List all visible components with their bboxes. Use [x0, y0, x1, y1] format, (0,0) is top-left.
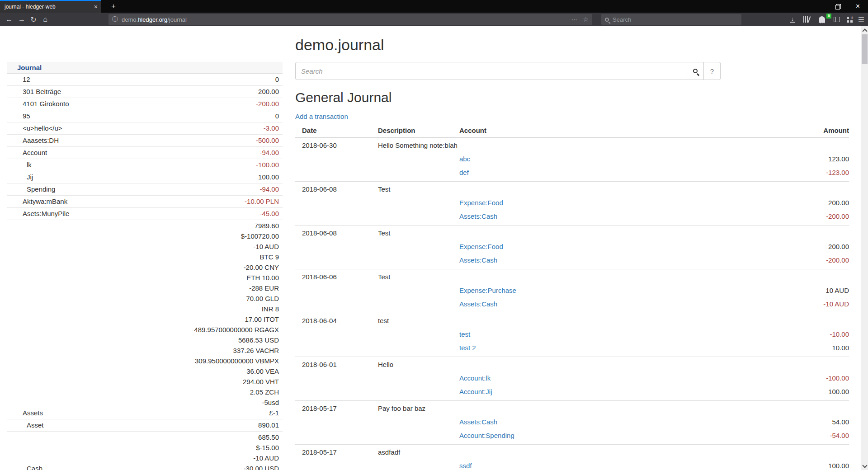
search-help-button[interactable]: ? [704, 62, 721, 80]
balance-amount: -200.00 [256, 99, 279, 109]
balance-amount: £-1 [194, 408, 279, 418]
transaction: 2018-06-06TestExpense:Purchase10 AUDAsse… [295, 269, 849, 313]
sidebar-account-link[interactable]: lk [7, 160, 32, 170]
sidebar-account-link[interactable]: Assets [7, 408, 43, 418]
posting-amount: -100.00 [754, 371, 849, 385]
sidebar-account-balance: -94.00 [259, 184, 283, 194]
menu-button[interactable]: ☰ [854, 13, 868, 26]
posting-amount: 100.00 [754, 385, 849, 399]
sidebar-account-row: Spending-94.00 [7, 183, 283, 196]
posting-account-link[interactable]: Expense:Purchase [459, 287, 516, 294]
posting-account-link[interactable]: def [459, 169, 469, 176]
sidebar-account-link[interactable]: Asets:MunyPile [7, 208, 69, 219]
toolbar-search[interactable] [601, 14, 741, 25]
sidebar-account-row: 4101 Girokonto-200.00 [7, 98, 283, 110]
sidebar-account-balance: 200.00 [258, 86, 283, 97]
sidebar-account-row: Jij100.00 [7, 171, 283, 183]
transaction-description: Test [378, 226, 459, 240]
sidebar-account-link[interactable]: 95 [7, 111, 30, 121]
scrollbar-thumb[interactable] [862, 34, 868, 64]
posting-account-link[interactable]: Expense:Food [459, 199, 503, 207]
posting-account-link[interactable]: Expense:Food [459, 243, 503, 250]
new-tab-button[interactable]: + [108, 1, 119, 12]
sidebar-account-row: Account-94.00 [7, 147, 283, 159]
extension-button[interactable]: 0 [815, 13, 829, 26]
sidebar-account-link[interactable]: <u>hello</u> [7, 123, 62, 133]
reload-button[interactable]: ↻ [27, 13, 40, 26]
window-close-button[interactable]: × [848, 0, 868, 13]
site-info-icon[interactable]: ⓘ [112, 15, 118, 24]
sidebar-account-balance: 100.00 [258, 172, 283, 182]
back-button[interactable]: ← [3, 13, 15, 26]
posting-account-link[interactable]: abc [459, 155, 470, 163]
sidebar-account-link[interactable]: Aaasets:DH [7, 135, 59, 146]
sidebar-account-link[interactable]: Spending [7, 184, 55, 194]
balance-amount: INR 8 [194, 304, 279, 314]
scroll-down-icon[interactable] [863, 464, 866, 467]
library-button[interactable] [800, 13, 814, 26]
page-scrollbar[interactable] [861, 26, 868, 470]
posting-account-link[interactable]: Assets:Cash [459, 300, 497, 308]
balance-amount: 309.950000000000 VBMPX [194, 356, 279, 366]
browser-tab[interactable]: journal - hledger-web × [0, 0, 101, 13]
balance-amount: 36.00 VEA [194, 366, 279, 376]
bookmark-star-icon[interactable]: ☆ [583, 16, 589, 23]
balance-amount: 70.00 GLD [194, 293, 279, 304]
posting-account-link[interactable]: test 2 [459, 344, 476, 352]
sidebar-toggle-button[interactable] [830, 13, 844, 26]
posting-account-link[interactable]: ssdf [459, 462, 472, 470]
sidebar-account-link[interactable]: 301 Beiträge [7, 86, 61, 97]
posting-account-link[interactable]: Assets:Cash [459, 256, 497, 264]
column-header-description: Description [378, 124, 459, 137]
downloads-button[interactable]: ↓ [786, 13, 799, 26]
posting-amount: 200.00 [754, 196, 849, 210]
sidebar-account-link[interactable]: 12 [7, 74, 30, 85]
posting-account-link[interactable]: test [459, 330, 470, 338]
page-actions-icon[interactable]: ⋯ [571, 16, 577, 23]
posting-amount: -200.00 [754, 210, 849, 223]
window-controls: – × [807, 0, 868, 13]
url-text: demo.hledger.org/journal [122, 16, 187, 23]
accounts-sidebar: Journal 120301 Beiträge200.004101 Giroko… [7, 62, 283, 470]
toolbar-search-input[interactable] [613, 16, 721, 23]
sidebar-account-link[interactable]: Jij [7, 172, 33, 182]
url-bar[interactable]: ⓘ demo.hledger.org/journal ⋯ ☆ [108, 14, 592, 25]
forward-button[interactable]: → [15, 13, 28, 26]
transaction: 2018-06-30Hello Something note:blahabc12… [295, 138, 849, 182]
balance-amount: 100.00 [258, 172, 279, 182]
sidebar-account-balance: 890.01 [258, 420, 283, 430]
journal-link[interactable]: Journal [17, 64, 42, 71]
posting-amount: 10 AUD [754, 284, 849, 297]
scroll-up-icon[interactable] [863, 28, 866, 32]
sidebar-account-link[interactable]: Cash [7, 463, 42, 470]
sidebar-account-row: Asset890.01 [7, 419, 283, 432]
library-icon [803, 16, 811, 23]
search-icon [693, 69, 698, 73]
journal-search-input[interactable] [295, 62, 687, 80]
sidebar-account-link[interactable]: Asset [7, 420, 44, 430]
sidebar-account-link[interactable]: 4101 Girokonto [7, 99, 69, 109]
window-restore-button[interactable] [827, 0, 848, 13]
search-submit-button[interactable] [687, 62, 704, 80]
tab-close-icon[interactable]: × [94, 3, 98, 10]
posting-account-link[interactable]: Account:Jij [459, 388, 492, 395]
browser-toolbar: ← → ↻ ⌂ ⓘ demo.hledger.org/journal ⋯ ☆ ↓… [0, 13, 868, 26]
balance-amount: -288 EUR [194, 283, 279, 293]
sidebar-account-link[interactable]: Aktywa:mBank [7, 196, 67, 207]
posting-account-link[interactable]: Assets:Cash [459, 212, 497, 220]
sidebar-account-link[interactable]: Account [7, 147, 47, 158]
home-button[interactable]: ⌂ [39, 13, 52, 26]
posting-account-link[interactable]: Account:lk [459, 374, 491, 382]
transactions-table: Date Description Account Amount 2018-06-… [295, 124, 849, 470]
window-minimize-button[interactable]: – [807, 0, 827, 13]
balance-amount: 5686.53 USD [194, 335, 279, 345]
sidebar-account-balance: 685.50$-15.00-10 AUD-30.00 USD [244, 432, 283, 470]
balance-amount: -10 AUD [194, 241, 279, 252]
add-transaction-link[interactable]: Add a transaction [295, 113, 348, 120]
posting-account-link[interactable]: Assets:Cash [459, 418, 497, 426]
transaction-description: Test [378, 183, 459, 196]
posting-account-link[interactable]: Account:Spending [459, 432, 514, 439]
posting-amount: -123.00 [754, 166, 849, 179]
sidebar-account-balance: 0 [275, 74, 283, 85]
transaction-description: asdfadf [378, 446, 459, 459]
